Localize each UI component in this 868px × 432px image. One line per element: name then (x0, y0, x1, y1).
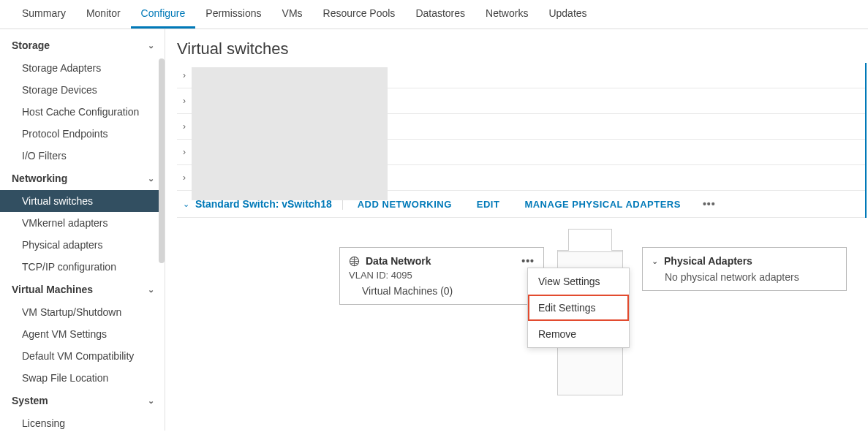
physical-adapters-box: ⌄ Physical Adapters No physical network … (642, 247, 847, 291)
menu-edit-settings[interactable]: Edit Settings (528, 295, 629, 321)
tab-datastores[interactable]: Datastores (405, 0, 475, 29)
tab-vms[interactable]: VMs (272, 0, 313, 29)
tab-networks[interactable]: Networks (475, 0, 538, 29)
sidebar-item-licensing[interactable]: Licensing (0, 412, 165, 431)
tab-configure[interactable]: Configure (131, 0, 196, 29)
tab-summary[interactable]: Summary (12, 0, 76, 29)
chevron-down-icon: ⌄ (148, 41, 154, 50)
sidebar-item-protocol-endpoints[interactable]: Protocol Endpoints (0, 123, 165, 145)
portgroup-context-menu: View Settings Edit Settings Remove (527, 268, 630, 348)
chevron-down-icon: ⌄ (148, 285, 154, 295)
sidebar-item-storage-adapters[interactable]: Storage Adapters (0, 57, 165, 79)
switch-diagram: Data Network ••• VLAN ID: 4095 Virtual M… (177, 247, 868, 432)
sidebar-section-label: Networking (12, 173, 67, 184)
sidebar-section-virtual-machines[interactable]: Virtual Machines ⌄ (0, 278, 165, 301)
chevron-down-icon[interactable]: ⌄ (652, 257, 658, 266)
portgroup-vlan: VLAN ID: 4095 (349, 267, 535, 281)
sidebar-item-physical-adapters[interactable]: Physical adapters (0, 234, 165, 256)
portgroup-name: Data Network (366, 255, 516, 267)
chevron-down-icon: ⌄ (148, 396, 154, 406)
portgroup-actions-icon[interactable]: ••• (521, 255, 535, 267)
switch-list: › › › › › ⌄ Standard Switch: vSwitch18 A… (177, 63, 867, 218)
sidebar-section-storage[interactable]: Storage ⌄ (0, 34, 165, 57)
menu-remove[interactable]: Remove (528, 321, 629, 347)
sidebar-section-networking[interactable]: Networking ⌄ (0, 167, 165, 190)
sidebar-section-label: Storage (12, 39, 50, 51)
sidebar-section-label: Virtual Machines (12, 284, 93, 295)
content: Virtual switches › › › › › ⌄ Standard Sw… (165, 29, 868, 431)
network-icon (349, 256, 360, 267)
chevron-down-icon[interactable]: ⌄ (183, 200, 189, 209)
sidebar-item-swap-file-location[interactable]: Swap File Location (0, 367, 165, 389)
physical-adapters-title: Physical Adapters (664, 255, 752, 267)
tab-permissions[interactable]: Permissions (195, 0, 271, 29)
sidebar-item-io-filters[interactable]: I/O Filters (0, 145, 165, 167)
tab-monitor[interactable]: Monitor (76, 0, 131, 29)
sidebar-item-default-vm-compat[interactable]: Default VM Compatibility (0, 345, 165, 367)
tab-updates[interactable]: Updates (538, 0, 597, 29)
page-title: Virtual switches (177, 35, 868, 63)
sidebar-section-label: System (12, 395, 48, 406)
sidebar-scrollbar[interactable] (159, 58, 165, 263)
sidebar-section-system[interactable]: System ⌄ (0, 389, 165, 412)
portgroup-box: Data Network ••• VLAN ID: 4095 Virtual M… (339, 247, 544, 305)
redacted-block (192, 67, 388, 200)
sidebar-item-vm-startup[interactable]: VM Startup/Shutdown (0, 301, 165, 323)
more-actions-icon[interactable]: ••• (695, 198, 723, 210)
sidebar-item-tcpip-config[interactable]: TCP/IP configuration (0, 256, 165, 278)
edit-button[interactable]: EDIT (467, 199, 510, 210)
portgroup-vms[interactable]: Virtual Machines (0) (349, 281, 535, 297)
sidebar-item-storage-devices[interactable]: Storage Devices (0, 79, 165, 101)
sidebar: Storage ⌄ Storage Adapters Storage Devic… (0, 29, 165, 431)
menu-view-settings[interactable]: View Settings (528, 268, 629, 295)
tab-resource-pools[interactable]: Resource Pools (313, 0, 406, 29)
sidebar-item-agent-vm-settings[interactable]: Agent VM Settings (0, 323, 165, 345)
chevron-down-icon: ⌄ (148, 174, 154, 183)
sidebar-item-virtual-switches[interactable]: Virtual switches (0, 190, 165, 212)
top-tabs: Summary Monitor Configure Permissions VM… (0, 0, 868, 29)
manage-physical-adapters-button[interactable]: MANAGE PHYSICAL ADAPTERS (514, 199, 691, 210)
sidebar-item-host-cache[interactable]: Host Cache Configuration (0, 101, 165, 123)
physical-adapters-empty: No physical network adapters (652, 267, 837, 283)
sidebar-item-vmkernel-adapters[interactable]: VMkernel adapters (0, 212, 165, 234)
